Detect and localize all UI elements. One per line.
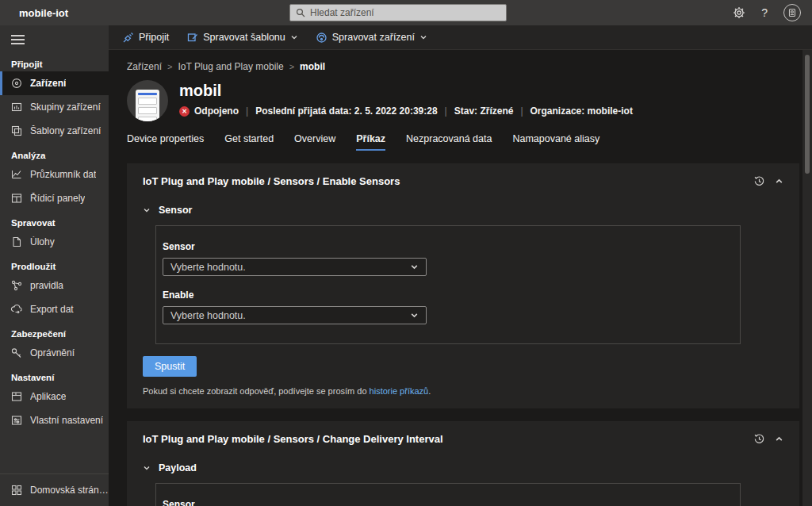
device-header: mobil ✕ Odpojeno | Poslední přijatá data… <box>127 80 801 121</box>
command-title: IoT Plug and Play mobile / Sensors / Ena… <box>143 175 400 187</box>
breadcrumb-current: mobil <box>300 61 325 72</box>
connect-icon <box>122 32 134 44</box>
sidebar-item-jobs[interactable]: Úlohy <box>0 230 109 254</box>
data-export-icon <box>10 303 23 316</box>
manage-device-icon <box>316 32 327 44</box>
sidebar-section-security: Zabezpečení <box>0 321 109 341</box>
command-history-link[interactable]: historie příkazů <box>370 386 429 396</box>
sidebar-item-data-export[interactable]: Export dat <box>0 297 109 321</box>
connect-button[interactable]: Připojit <box>122 32 169 44</box>
device-search[interactable] <box>289 4 507 21</box>
page-title: mobil <box>179 82 633 100</box>
search-icon <box>296 8 305 17</box>
enable-select[interactable]: Vyberte hodnotu. <box>163 306 427 324</box>
phone-screenshot <box>136 90 159 121</box>
search-input[interactable] <box>310 7 500 18</box>
command-form-panel: Sensor Vyberte hodnotu. Interval <box>155 483 741 506</box>
organization: Organizace: mobile-iot <box>530 105 633 117</box>
user-avatar[interactable] <box>783 4 801 21</box>
sidebar-item-rules[interactable]: pravidla <box>0 274 109 297</box>
tab-raw-data[interactable]: Nezpracovaná data <box>406 133 492 151</box>
settings-gear-icon[interactable] <box>733 6 745 19</box>
sidebar-item-application[interactable]: Aplikace <box>0 385 109 408</box>
command-history-icon[interactable] <box>753 175 765 187</box>
command-card-enable-sensors: IoT Plug and Play mobile / Sensors / Ena… <box>127 163 799 408</box>
rules-icon <box>10 279 23 292</box>
sidebar-item-data-explorer[interactable]: Průzkumník dat <box>0 163 109 186</box>
main-area: Připojit Spravovat šablonu Spravovat zař… <box>109 25 812 506</box>
provision-state: Stav: Zřízené <box>454 105 514 117</box>
command-form-panel: Sensor Vyberte hodnotu. Enable Vyberte h… <box>155 225 741 344</box>
chevron-down-icon <box>410 311 419 320</box>
field-sensor: Sensor Vyberte hodnotu. <box>163 499 740 506</box>
chevron-down-icon <box>419 33 427 41</box>
group-toggle-sensor[interactable]: Sensor <box>143 205 783 216</box>
customization-icon <box>10 414 23 427</box>
response-hint: Pokud si chcete zobrazit odpověď, podíve… <box>143 386 783 396</box>
last-data-received: Poslední přijatá data: 2. 5. 2022 20:39:… <box>255 105 437 117</box>
disconnected-icon: ✕ <box>179 106 190 117</box>
device-templates-icon <box>10 125 23 137</box>
manage-device-button[interactable]: Spravovat zařízení <box>316 32 427 44</box>
device-groups-icon <box>10 101 23 113</box>
sidebar-section-settings: Nastavení <box>0 365 109 385</box>
menu-toggle-icon[interactable] <box>0 25 109 52</box>
sidebar-section-connect: Připojit <box>0 52 109 71</box>
breadcrumb-separator: > <box>167 62 172 71</box>
vertical-scrollbar[interactable] <box>802 50 812 506</box>
template-icon <box>186 32 198 44</box>
tab-get-started[interactable]: Get started <box>224 133 274 151</box>
device-icon <box>10 77 23 90</box>
breadcrumb-template[interactable]: IoT Plug and Play mobile <box>178 61 283 72</box>
run-command-button[interactable]: Spustit <box>143 356 197 377</box>
dashboards-icon <box>10 192 23 205</box>
sidebar-section-extend: Prodloužit <box>0 254 109 274</box>
device-avatar <box>127 80 168 121</box>
sidebar-item-permissions[interactable]: Oprávnění <box>0 341 109 365</box>
scrollbar-thumb[interactable] <box>805 55 810 174</box>
sidebar-item-devices[interactable]: Zařízení <box>0 71 109 95</box>
data-explorer-icon <box>10 168 23 181</box>
chevron-down-icon <box>143 206 151 214</box>
chevron-down-icon <box>410 263 419 271</box>
chevron-down-icon <box>143 464 151 472</box>
sidebar-item-dashboards[interactable]: Řídicí panely <box>0 186 109 210</box>
collapse-card-icon[interactable] <box>775 435 783 443</box>
collapse-card-icon[interactable] <box>775 177 783 186</box>
breadcrumb: Zařízení > IoT Plug and Play mobile > mo… <box>127 61 801 72</box>
breadcrumb-devices[interactable]: Zařízení <box>127 61 162 72</box>
tab-overview[interactable]: Overview <box>294 133 335 151</box>
connection-status: ✕ Odpojeno <box>179 105 239 117</box>
sidebar-item-home-page[interactable]: Domovská stránka I... <box>0 474 109 506</box>
sidebar-item-device-groups[interactable]: Skupiny zařízení <box>0 95 109 119</box>
breadcrumb-separator: > <box>289 62 294 71</box>
field-sensor: Sensor Vyberte hodnotu. <box>163 241 740 276</box>
field-enable: Enable Vyberte hodnotu. <box>163 289 740 324</box>
device-info: mobil ✕ Odpojeno | Poslední přijatá data… <box>179 80 633 121</box>
command-title: IoT Plug and Play mobile / Sensors / Cha… <box>143 433 443 445</box>
application-icon <box>10 390 23 403</box>
tab-command[interactable]: Příkaz <box>356 133 385 151</box>
sidebar-section-analyze: Analýza <box>0 143 109 163</box>
sidebar-item-device-templates[interactable]: Šablony zařízení <box>0 119 109 143</box>
manage-template-button[interactable]: Spravovat šablonu <box>186 32 298 44</box>
sidebar-footer: Domovská stránka I... <box>0 473 109 506</box>
jobs-icon <box>10 236 23 248</box>
topbar-actions: ? <box>733 0 801 25</box>
sidebar-section-manage: Spravovat <box>0 210 109 230</box>
group-toggle-payload[interactable]: Payload <box>143 462 783 473</box>
command-toolbar: Připojit Spravovat šablonu Spravovat zař… <box>109 25 812 50</box>
home-grid-icon <box>10 484 23 496</box>
device-page: Zařízení > IoT Plug and Play mobile > mo… <box>109 50 801 506</box>
sidebar: Připojit Zařízení Skupiny zařízení Šablo… <box>0 25 109 506</box>
command-history-icon[interactable] <box>753 433 765 445</box>
chevron-down-icon <box>290 33 298 41</box>
device-status-row: ✕ Odpojeno | Poslední přijatá data: 2. 5… <box>179 105 633 117</box>
device-tabs: Device properties Get started Overview P… <box>127 133 801 151</box>
sidebar-item-customization[interactable]: Vlastní nastavení <box>0 408 109 432</box>
tab-device-properties[interactable]: Device properties <box>127 133 204 151</box>
command-card-change-delivery-interval: IoT Plug and Play mobile / Sensors / Cha… <box>127 421 799 506</box>
help-icon[interactable]: ? <box>761 6 768 19</box>
tab-mapped-aliases[interactable]: Namapované aliasy <box>512 133 599 151</box>
sensor-select[interactable]: Vyberte hodnotu. <box>163 258 427 276</box>
